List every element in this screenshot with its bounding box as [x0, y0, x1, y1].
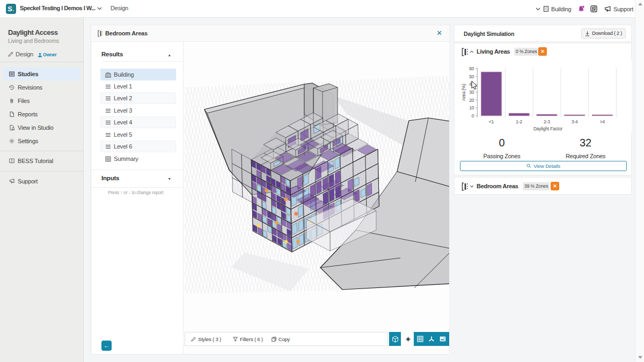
- svg-text:0: 0: [472, 113, 474, 119]
- svg-text:2-3: 2-3: [544, 119, 550, 124]
- svg-text:20: 20: [469, 98, 474, 103]
- svg-text:50: 50: [469, 74, 474, 79]
- svg-text:<1: <1: [489, 119, 494, 124]
- svg-text:10: 10: [469, 105, 474, 110]
- svg-text:>4: >4: [600, 119, 605, 124]
- svg-text:60: 60: [469, 66, 474, 71]
- svg-text:Daylight Factor: Daylight Factor: [533, 126, 563, 131]
- svg-text:3-4: 3-4: [572, 119, 578, 124]
- svg-text:Area (%): Area (%): [461, 84, 466, 101]
- svg-text:1-2: 1-2: [516, 119, 522, 124]
